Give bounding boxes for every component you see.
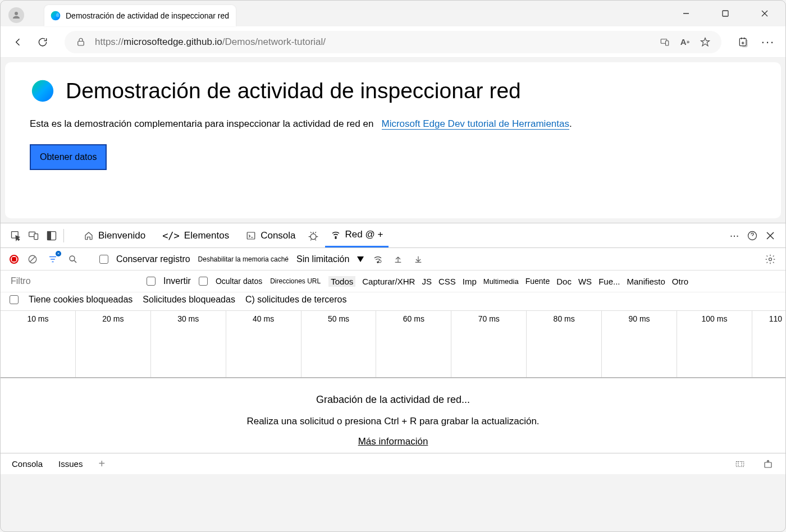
svg-point-27 [379, 260, 382, 263]
settings-icon[interactable] [764, 253, 776, 265]
svg-point-24 [70, 256, 75, 261]
svg-point-0 [15, 12, 18, 15]
network-toolbar: × Conservar registro Deshabilitar la mem… [1, 248, 785, 270]
edge-logo-icon [30, 78, 56, 104]
drawer-issues[interactable]: Issues [58, 459, 83, 469]
timeline-tick: 70 ms [451, 311, 526, 377]
tab-welcome[interactable]: Bienvenido [78, 223, 151, 247]
svg-point-28 [769, 258, 772, 260]
svg-line-25 [74, 260, 76, 263]
collections-icon[interactable] [737, 36, 750, 48]
add-drawer-icon[interactable]: + [98, 457, 105, 470]
type-font[interactable]: Fuente [525, 277, 550, 286]
type-manifest[interactable]: Manifiesto [627, 277, 665, 286]
page-title: Demostración de actividad de inspecciona… [66, 79, 521, 103]
window-titlebar: Demostración de actividad de inspecciona… [1, 1, 785, 26]
download-icon[interactable] [412, 253, 424, 265]
type-css[interactable]: CSS [438, 277, 456, 286]
page-description: Esta es la demostración complementaria p… [30, 118, 756, 130]
tab-elements[interactable]: </> Elementos [157, 223, 235, 247]
preserve-log-checkbox[interactable] [99, 255, 108, 264]
blocked-cookies-label: Tiene cookies bloqueadas [29, 295, 132, 305]
get-data-button[interactable]: Obtener datos [30, 144, 107, 170]
svg-rect-3 [723, 11, 728, 16]
url-text: https://microsoftedge.github.io/Demos/ne… [95, 36, 651, 48]
expand-drawer-icon[interactable] [762, 458, 774, 470]
edge-logo-icon [50, 10, 61, 21]
refresh-button[interactable] [36, 36, 49, 48]
timeline-tick: 40 ms [226, 311, 301, 377]
type-ws[interactable]: WS [578, 277, 592, 286]
more-tabs-button[interactable]: ··· [728, 230, 741, 242]
clear-icon[interactable] [26, 253, 39, 265]
type-media[interactable]: Multimedia [483, 277, 519, 286]
blocked-req-label: Solicitudes bloqueadas [143, 295, 235, 305]
devtools-tabs: Bienvenido </> Elementos Consola Red @ +… [1, 223, 785, 248]
timeline-tick: 50 ms [301, 311, 376, 377]
upload-icon[interactable] [392, 253, 404, 265]
minimize-button[interactable] [673, 5, 699, 22]
type-doc[interactable]: Doc [556, 277, 572, 286]
browser-tab[interactable]: Demostración de actividad de inspecciona… [44, 5, 236, 26]
disable-cache-label: Deshabilitar la memoria caché [198, 255, 289, 263]
third-party-label: C) solicitudes de terceros [245, 295, 347, 305]
filter-icon[interactable]: × [47, 253, 59, 265]
type-img[interactable]: Imp [463, 277, 477, 286]
filter-row-2: Tiene cookies bloqueadas Solicitudes blo… [1, 292, 785, 311]
wifi-settings-icon[interactable] [372, 253, 384, 265]
hide-data-checkbox[interactable] [199, 277, 208, 286]
timeline-tick: 80 ms [526, 311, 601, 377]
lock-icon [75, 36, 87, 48]
type-fetch[interactable]: Capturar/XHR [362, 277, 415, 286]
type-fue[interactable]: Fue... [598, 277, 620, 286]
inspect-icon[interactable] [10, 230, 22, 242]
more-info-link[interactable]: Más información [358, 436, 428, 447]
close-button[interactable] [752, 5, 778, 22]
recording-message: Grabación de la actividad de red... Real… [1, 378, 785, 453]
tab-console[interactable]: Consola [240, 223, 301, 247]
help-icon[interactable] [746, 230, 758, 242]
timeline-tick: 30 ms [150, 311, 226, 377]
timeline-tick: 110 [752, 311, 785, 377]
browser-toolbar: https://microsoftedge.github.io/Demos/ne… [1, 26, 785, 58]
bug-icon[interactable] [307, 230, 319, 242]
svg-rect-8 [666, 40, 669, 45]
tutorial-link[interactable]: Microsoft Edge Dev tutorial de Herramien… [382, 118, 569, 130]
search-icon[interactable] [67, 253, 79, 265]
svg-point-17 [310, 233, 316, 239]
invert-checkbox[interactable] [147, 277, 156, 286]
blocked-cookies-checkbox[interactable] [10, 295, 19, 304]
type-all[interactable]: Todos [328, 276, 355, 287]
menu-button[interactable]: ··· [762, 36, 774, 48]
address-bar[interactable]: https://microsoftedge.github.io/Demos/ne… [65, 31, 721, 53]
favorite-icon[interactable] [699, 36, 711, 48]
throttle-select[interactable]: Sin limitación [296, 254, 349, 264]
profile-avatar[interactable] [8, 7, 24, 23]
svg-rect-30 [765, 462, 771, 467]
timeline-tick: 90 ms [601, 311, 677, 377]
type-js[interactable]: JS [422, 277, 432, 286]
dock-icon[interactable] [45, 230, 58, 242]
chevron-down-icon[interactable] [357, 256, 364, 262]
addr-url-label: Direcciones URL [270, 277, 321, 285]
record-button[interactable] [10, 255, 19, 264]
back-button[interactable] [12, 36, 24, 48]
tab-title: Demostración de actividad de inspecciona… [66, 11, 229, 20]
maximize-button[interactable] [712, 5, 738, 22]
filter-row: Invertir Ocultar datos Direcciones URL T… [1, 270, 785, 292]
computed-icon[interactable] [734, 458, 746, 470]
recording-title: Grabación de la actividad de red... [1, 394, 785, 406]
close-devtools-button[interactable] [764, 230, 776, 242]
timeline-tick: 10 ms [1, 311, 75, 377]
svg-rect-6 [78, 41, 84, 45]
tab-network[interactable]: Red @ + [325, 223, 389, 247]
drawer-console[interactable]: Consola [12, 459, 43, 469]
svg-point-18 [335, 237, 336, 239]
resource-type-filters: Todos Capturar/XHR JS CSS Imp Multimedia… [328, 276, 688, 287]
type-other[interactable]: Otro [672, 277, 688, 286]
device-icon[interactable] [659, 36, 671, 48]
filter-input[interactable] [10, 274, 139, 288]
device-toggle-icon[interactable] [28, 230, 40, 242]
read-aloud-icon[interactable]: A» [679, 36, 691, 48]
timeline[interactable]: 10 ms 20 ms 30 ms 40 ms 50 ms 60 ms 70 m… [1, 311, 785, 378]
